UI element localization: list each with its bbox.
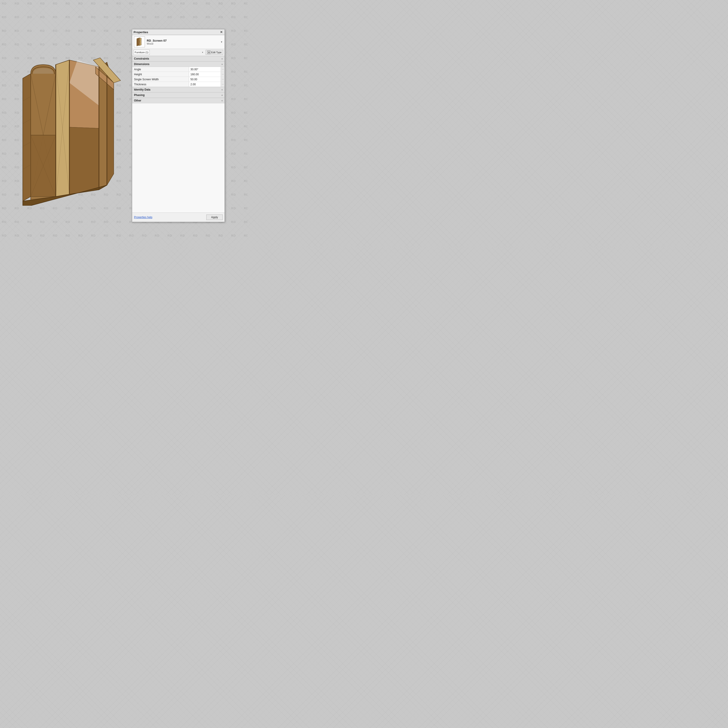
svg-marker-1 bbox=[23, 74, 31, 201]
constraints-label: Constraints bbox=[134, 57, 149, 60]
element-icon bbox=[134, 37, 145, 47]
element-details: RD_Screen 07 Wood bbox=[147, 39, 167, 45]
element-info: RD_Screen 07 Wood ▼ bbox=[132, 35, 225, 49]
height-value[interactable]: 160.00 bbox=[189, 72, 221, 76]
svg-rect-30 bbox=[107, 62, 107, 185]
constraints-section-header[interactable]: Constraints « bbox=[132, 56, 225, 61]
svg-rect-29 bbox=[98, 67, 99, 190]
height-row: Height 160.00 ⋯ bbox=[132, 72, 225, 77]
svg-marker-33 bbox=[138, 38, 139, 46]
model-svg bbox=[11, 42, 130, 206]
thickness-label: Thickness bbox=[132, 82, 189, 87]
svg-marker-32 bbox=[137, 38, 138, 46]
element-dropdown-arrow[interactable]: ▼ bbox=[220, 41, 223, 43]
single-screen-width-value[interactable]: 50.00 bbox=[189, 77, 221, 82]
close-button[interactable]: ✕ bbox=[220, 30, 223, 34]
element-name: RD_Screen 07 bbox=[147, 39, 167, 42]
dimensions-section-header[interactable]: Dimensions » bbox=[132, 61, 225, 67]
thickness-row: Thickness 2.00 ⋯ bbox=[132, 82, 225, 87]
panel-title: Properties bbox=[133, 31, 148, 34]
height-label: Height bbox=[132, 72, 189, 76]
edit-type-button[interactable]: ⊞ Edit Type bbox=[206, 50, 223, 55]
svg-rect-28 bbox=[69, 60, 70, 194]
edit-type-icon: ⊞ bbox=[207, 51, 210, 54]
phasing-label: Phasing bbox=[134, 93, 145, 97]
element-preview-icon bbox=[135, 37, 144, 46]
dimensions-label: Dimensions bbox=[134, 63, 150, 66]
height-edit-button[interactable]: ⋯ bbox=[221, 72, 225, 76]
angle-edit-button[interactable]: ⋯ bbox=[221, 67, 225, 72]
dimensions-collapse-icon: » bbox=[221, 63, 223, 66]
edit-type-label: Edit Type bbox=[211, 51, 222, 54]
panel-footer: Properties help Apply bbox=[132, 213, 225, 222]
svg-marker-22 bbox=[69, 127, 99, 194]
model-area bbox=[0, 0, 141, 248]
single-screen-width-edit-button[interactable]: ⋯ bbox=[221, 77, 225, 82]
thickness-edit-button[interactable]: ⋯ bbox=[221, 82, 225, 87]
type-dropdown[interactable]: Furniture (1) bbox=[133, 50, 150, 55]
other-label: Other bbox=[134, 99, 141, 102]
thickness-value[interactable]: 2.00 bbox=[189, 82, 221, 87]
single-screen-width-row: Single Screen Width 50.00 ⋯ bbox=[132, 77, 225, 82]
other-collapse-icon: « bbox=[221, 99, 223, 102]
phasing-section-header[interactable]: Phasing « bbox=[132, 92, 225, 98]
panel-header: Properties ✕ bbox=[132, 29, 225, 35]
constraints-collapse-icon: « bbox=[221, 58, 223, 60]
apply-button[interactable]: Apply bbox=[206, 214, 223, 220]
element-material: Wood bbox=[147, 42, 167, 45]
properties-panel: Properties ✕ RD_Screen 07 Wood ▼ Furnitu… bbox=[132, 29, 225, 222]
panel-content-area bbox=[132, 103, 225, 213]
type-select-wrapper: Furniture (1) bbox=[133, 50, 205, 55]
angle-row: Angle 30.00° ⋯ bbox=[132, 67, 225, 72]
identity-data-label: Identity Data bbox=[134, 88, 150, 91]
single-screen-width-label: Single Screen Width bbox=[132, 77, 189, 82]
angle-value[interactable]: 30.00° bbox=[189, 67, 221, 72]
identity-data-collapse-icon: « bbox=[221, 89, 223, 91]
angle-label: Angle bbox=[132, 67, 189, 72]
svg-rect-27 bbox=[55, 64, 56, 197]
type-selector-row: Furniture (1) ⊞ Edit Type bbox=[132, 49, 225, 56]
other-section-header[interactable]: Other « bbox=[132, 98, 225, 103]
identity-data-section-header[interactable]: Identity Data « bbox=[132, 87, 225, 92]
properties-help-link[interactable]: Properties help bbox=[134, 216, 153, 219]
phasing-collapse-icon: « bbox=[221, 94, 223, 96]
